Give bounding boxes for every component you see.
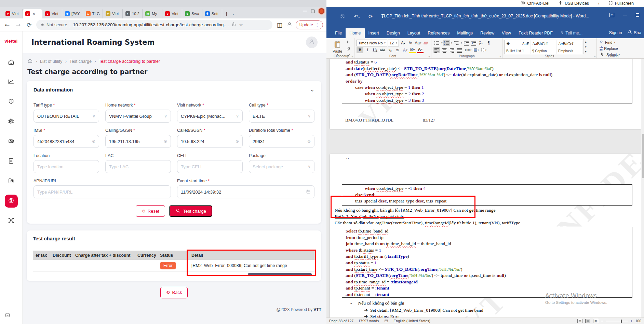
clipboard-dialog-launcher[interactable]: ⇘ (351, 55, 353, 58)
sort-button[interactable]: AZ↓ (478, 40, 485, 46)
styles-scroll-up[interactable]: ▲ (583, 39, 588, 44)
clear-icon[interactable]: ⊗ (164, 139, 167, 144)
align-right-button[interactable] (448, 47, 455, 53)
word-tab-design[interactable]: Design (383, 28, 404, 38)
side-panel-icon[interactable]: ◫ (276, 22, 283, 28)
update-menu-dots-icon[interactable]: ⋮ (315, 23, 319, 27)
sidebar-item-chip[interactable] (5, 115, 18, 128)
read-mode-icon[interactable]: ▤ (577, 319, 582, 323)
new-tab-button[interactable]: + (222, 9, 231, 18)
tab-close-icon[interactable]: ✕ (32, 12, 35, 16)
borders-button[interactable]: ▾ (480, 47, 487, 53)
clear-icon[interactable]: ⊗ (92, 139, 95, 144)
clear-icon[interactable]: ⊗ (236, 139, 239, 144)
reset-button[interactable]: ⟲Reset (136, 205, 165, 217)
cell-input[interactable]: Type CELL (177, 160, 243, 173)
back-button[interactable]: ⟲Back (160, 287, 188, 298)
align-center-button[interactable] (441, 47, 448, 53)
strikethrough-button[interactable]: abc (379, 47, 386, 53)
numbering-button[interactable] (443, 40, 450, 46)
browser-tab[interactable]: VViet (162, 9, 182, 18)
underline-button[interactable]: U▾ (372, 47, 378, 53)
align-left-button[interactable] (433, 47, 440, 53)
sidebar-item-chart[interactable] (5, 76, 18, 89)
status-page-count[interactable]: Page 83 of 127 (329, 319, 353, 323)
tariff-type-select[interactable]: OUTBOUND RETAIL∨ (33, 110, 99, 123)
word-vertical-scrollbar[interactable] (641, 59, 644, 318)
zoom-slider-thumb[interactable] (621, 320, 622, 323)
fullscreen-button[interactable]: Fullscreen (608, 1, 634, 6)
browser-maximize-button[interactable] (311, 10, 314, 13)
breadcrumb-item[interactable]: List of utility (40, 59, 62, 64)
shrink-font-button[interactable]: A▾ (407, 40, 414, 46)
clear-formatting-button[interactable] (422, 40, 429, 46)
user-avatar[interactable] (306, 37, 318, 48)
paragraph-dialog-launcher[interactable]: ⇘ (499, 55, 501, 58)
zoom-slider[interactable] (606, 321, 628, 321)
chevron-down-icon[interactable]: ∨ (164, 114, 167, 118)
widget-icon[interactable] (5, 312, 10, 319)
replace-button[interactable]: abacReplace (599, 45, 628, 52)
status-language[interactable]: English (United States) (393, 319, 430, 323)
style-item[interactable]: ❖AaE Bullet List 1 (505, 40, 531, 54)
justify-button[interactable] (456, 47, 463, 53)
sidebar-item-network[interactable] (5, 214, 18, 227)
word-tab-view[interactable]: View (498, 28, 515, 38)
zoom-level[interactable]: 100 (635, 319, 641, 323)
home-breadcrumb-icon[interactable] (27, 58, 33, 65)
browser-tab[interactable]: MMy (143, 9, 162, 18)
imsi-input[interactable]: 452048822815434⊗ (33, 135, 99, 148)
cut-button[interactable] (345, 39, 352, 46)
chevron-down-icon[interactable]: ∨ (236, 114, 239, 118)
increase-indent-button[interactable] (470, 40, 477, 46)
profile-icon[interactable] (287, 22, 292, 28)
browser-tab[interactable]: SSwa (182, 9, 202, 18)
decrease-indent-button[interactable] (463, 40, 470, 46)
bold-button[interactable]: B (357, 47, 363, 53)
word-tab-mailings[interactable]: Mailings (453, 28, 477, 38)
italic-button[interactable]: I (364, 47, 371, 53)
location-input[interactable]: Type location (33, 160, 99, 173)
shading-button[interactable]: ▾ (473, 47, 480, 53)
breadcrumb-current[interactable]: Test charge according to partner (99, 59, 160, 64)
superscript-button[interactable]: x² (394, 47, 401, 53)
test-charge-button[interactable]: Test charge (169, 205, 212, 217)
package-select[interactable]: Select package∨ (249, 160, 314, 173)
browser-tab[interactable]: VViet (3, 9, 23, 18)
word-tab-home[interactable]: Home (346, 28, 364, 38)
text-effects-button[interactable]: A▾ (402, 47, 408, 53)
duration-total-volume-input[interactable]: 29631⊗ (249, 135, 314, 148)
lac-input[interactable]: Type LAC (105, 160, 171, 173)
event-start-time-input[interactable]: 11/09/2024 14:39:32 (177, 185, 314, 198)
zoom-out-button[interactable]: − (601, 319, 603, 323)
word-restore-button[interactable] (636, 13, 639, 17)
word-minimize-button[interactable] (623, 15, 627, 15)
style-item[interactable]: AaBbCcI Emphasis (557, 40, 583, 54)
sidebar-item-folder-clock[interactable] (5, 175, 18, 188)
share-button[interactable]: Sha (627, 29, 641, 36)
line-spacing-button[interactable]: ↕≡▾ (464, 47, 472, 53)
web-layout-icon[interactable]: ▦ (593, 319, 598, 323)
browser-tab-active[interactable]: V✕ (23, 9, 42, 18)
sidebar-item-home[interactable] (5, 56, 18, 69)
copy-button[interactable] (345, 46, 352, 53)
tell-me-box[interactable]: Tell me... (556, 28, 586, 38)
word-tab-insert[interactable]: Insert (365, 28, 383, 38)
browser-tab[interactable]: ✱Sett (202, 9, 222, 18)
document-area[interactable]: VIETTEL and td.status = 6and date(td.eff… (326, 59, 644, 318)
called-sgsn-input[interactable]: 10.5.68.224⊗ (177, 135, 243, 148)
collapse-chevron-icon[interactable]: ⌄ (310, 86, 314, 93)
vm-more-chevron[interactable]: › (598, 1, 600, 6)
word-tab-review[interactable]: Review (477, 28, 498, 38)
grow-font-button[interactable]: A▴ (400, 40, 406, 46)
bookmark-star-icon[interactable]: ☆ (239, 22, 243, 27)
apn-ip-url-input[interactable]: Type APN/IP/URL (33, 185, 171, 198)
sidebar-item-chat[interactable] (5, 135, 18, 148)
ribbon-display-options-icon[interactable]: ↑ (609, 13, 614, 17)
browser-minimize-button[interactable] (303, 11, 307, 11)
breadcrumb-item[interactable]: Test charge (69, 59, 92, 64)
browser-tab[interactable]: VViet (42, 9, 62, 18)
styles-more-button[interactable]: ▼ (583, 49, 588, 54)
word-scrollbar-thumb[interactable] (642, 134, 644, 178)
browser-tab[interactable]: VViet (103, 9, 123, 18)
